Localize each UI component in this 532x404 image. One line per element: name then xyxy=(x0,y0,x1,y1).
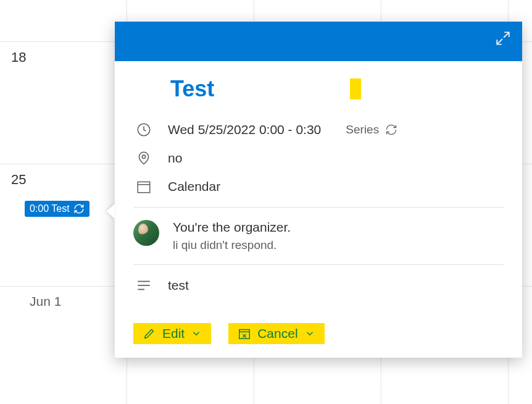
recurrence-icon xyxy=(73,203,85,214)
recurrence-icon xyxy=(385,124,397,136)
clock-icon xyxy=(136,122,152,138)
chevron-down-icon xyxy=(191,328,202,339)
event-note: test xyxy=(168,278,189,293)
divider xyxy=(133,207,504,208)
svg-rect-2 xyxy=(138,182,150,192)
day-number-25[interactable]: 25 xyxy=(11,172,26,188)
calendar-cancel-icon xyxy=(238,327,251,340)
text-caret xyxy=(350,78,361,99)
location-icon xyxy=(136,150,152,166)
datetime-row: Wed 5/25/2022 0:00 - 0:30 Series xyxy=(133,122,504,138)
card-footer: Edit Cancel xyxy=(115,312,522,358)
organizer-row: You're the organizer. li qiu didn't resp… xyxy=(133,220,504,252)
cancel-label: Cancel xyxy=(257,326,297,341)
avatar[interactable] xyxy=(133,220,159,246)
calendar-icon xyxy=(136,179,152,195)
location-row: no xyxy=(133,150,504,166)
series-link[interactable]: Series xyxy=(346,123,397,137)
event-calendar: Calendar xyxy=(168,179,220,194)
organizer-text: You're the organizer. xyxy=(173,220,291,235)
card-header xyxy=(115,22,522,61)
svg-point-1 xyxy=(142,155,145,158)
title-row: Test xyxy=(133,76,504,102)
event-location: no xyxy=(168,151,182,166)
chevron-down-icon xyxy=(304,328,315,339)
event-datetime: Wed 5/25/2022 0:00 - 0:30 xyxy=(168,122,321,137)
calendar-row: Calendar xyxy=(133,179,504,195)
calendar-event-chip[interactable]: 0:00 Test xyxy=(25,201,89,217)
day-number-18[interactable]: 18 xyxy=(11,49,26,65)
cancel-button[interactable]: Cancel xyxy=(228,323,324,344)
event-details-card: Test Wed 5/25/2022 0:00 - 0:30 Series xyxy=(115,22,522,358)
description-icon xyxy=(136,277,152,293)
expand-icon[interactable] xyxy=(495,30,511,49)
svg-rect-3 xyxy=(239,330,250,339)
event-title[interactable]: Test xyxy=(170,76,214,102)
edit-button[interactable]: Edit xyxy=(133,323,211,344)
series-label: Series xyxy=(346,123,379,137)
divider xyxy=(133,264,504,265)
response-text: li qiu didn't respond. xyxy=(173,238,291,252)
pencil-icon xyxy=(143,327,156,340)
edit-label: Edit xyxy=(162,326,185,341)
day-number-jun1[interactable]: Jun 1 xyxy=(30,294,61,309)
note-row: test xyxy=(133,277,504,293)
event-chip-text: 0:00 Test xyxy=(30,203,70,214)
popup-pointer xyxy=(106,204,115,219)
